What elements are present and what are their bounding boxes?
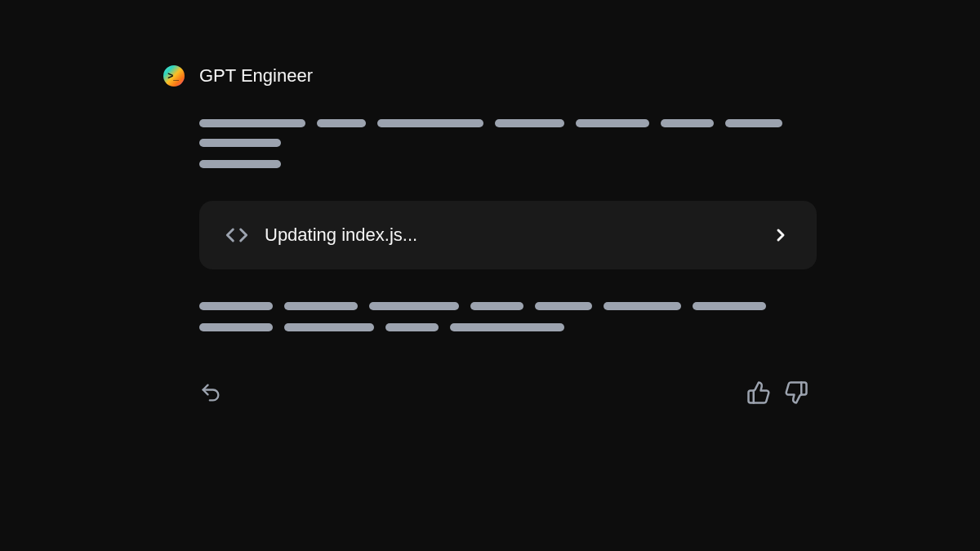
message-header: >_ GPT Engineer <box>163 65 817 87</box>
assistant-name: GPT Engineer <box>199 65 313 87</box>
code-icon <box>225 224 248 247</box>
skeleton-bar <box>470 302 523 310</box>
skeleton-top-row2 <box>199 160 817 168</box>
skeleton-bar <box>199 302 273 310</box>
skeleton-bar <box>385 323 439 331</box>
skeleton-bar <box>495 119 564 127</box>
skeleton-bar <box>199 323 273 331</box>
code-status-text: Updating index.js... <box>265 224 417 246</box>
undo-button[interactable] <box>199 381 222 404</box>
skeleton-bar <box>377 119 483 127</box>
code-update-card[interactable]: Updating index.js... <box>199 201 817 269</box>
code-card-content: Updating index.js... <box>225 224 417 247</box>
actions-right <box>746 380 808 405</box>
skeleton-bar <box>450 323 564 331</box>
skeleton-bar <box>661 119 714 127</box>
thumbs-down-button[interactable] <box>784 380 808 405</box>
skeleton-bar <box>284 302 358 310</box>
chevron-right-icon <box>771 225 791 245</box>
skeleton-bar <box>199 139 281 147</box>
skeleton-bar <box>369 302 459 310</box>
skeleton-bar <box>199 119 305 127</box>
skeleton-bottom-row1 <box>199 302 817 310</box>
skeleton-bar <box>604 302 681 310</box>
skeleton-bar <box>725 119 782 127</box>
skeleton-bar <box>317 119 366 127</box>
message-actions <box>163 380 817 405</box>
skeleton-bar <box>576 119 649 127</box>
skeleton-bar <box>693 302 766 310</box>
actions-left <box>199 381 222 404</box>
skeleton-bottom-row2 <box>199 323 817 331</box>
message-content: Updating index.js... <box>163 119 817 331</box>
skeleton-bar <box>199 160 281 168</box>
skeleton-bar <box>284 323 374 331</box>
skeleton-top-row1 <box>199 119 817 147</box>
skeleton-bar <box>535 302 592 310</box>
avatar-symbol: >_ <box>167 70 179 82</box>
avatar: >_ <box>163 65 185 87</box>
thumbs-up-button[interactable] <box>746 380 771 405</box>
